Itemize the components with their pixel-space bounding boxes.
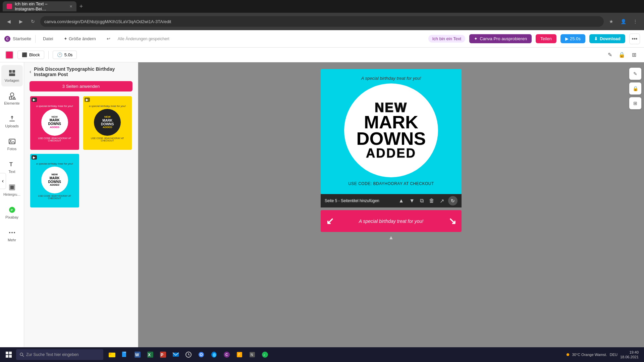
- page-up-btn[interactable]: ▲: [397, 197, 405, 204]
- template-thumbnail-1[interactable]: a special birthday treat for you! NEW MA…: [30, 96, 80, 150]
- thumbnail-2-page-icon: ▶: [85, 98, 90, 102]
- canvas-right-tools: ✎ 🔒 ⊞: [627, 65, 644, 112]
- tray-time: 19:40: [620, 350, 639, 355]
- start-btn[interactable]: [3, 349, 15, 361]
- svg-text:P: P: [11, 208, 13, 212]
- sidebar-label-pixabay: Pixabay: [5, 215, 18, 219]
- page-info-bar: Seite 5 - Seitentitel hinzufügen ▲ ▼ ⧉ 🗑…: [321, 194, 462, 207]
- resize-icon: ✦: [64, 36, 67, 41]
- svg-point-41: [201, 354, 202, 356]
- home-btn[interactable]: C Startseite: [4, 36, 31, 42]
- download-btn[interactable]: ⬇ Download: [589, 34, 625, 43]
- panel-thumbnails: a special birthday treat for you! NEW MA…: [24, 96, 138, 208]
- tray-temp[interactable]: 30°C Orange Wamst.: [572, 353, 607, 357]
- color-swatch[interactable]: [5, 51, 13, 59]
- svg-text:C: C: [225, 353, 228, 357]
- template-thumbnail-2[interactable]: a special birthday treat for you! NEW MA…: [83, 96, 133, 150]
- taskbar-icon-clock[interactable]: [182, 349, 195, 361]
- taskbar-icon-word[interactable]: W: [131, 349, 144, 361]
- canvas-tool-lock[interactable]: 🔒: [629, 82, 641, 95]
- template-icon: [8, 69, 16, 77]
- background-icon: [8, 183, 16, 191]
- svg-rect-20: [9, 352, 12, 354]
- sidebar-label-photos: Fotos: [7, 147, 17, 151]
- page-copy-btn[interactable]: ⧉: [419, 197, 425, 204]
- thumbnail-3-play-icon: ▶: [32, 155, 37, 160]
- taskbar-icon-spotify[interactable]: ♪: [259, 349, 271, 361]
- tray-layout[interactable]: DEU: [610, 353, 618, 357]
- profile-btn[interactable]: 👤: [619, 17, 628, 26]
- toolbar-separator: [48, 51, 49, 59]
- svg-marker-7: [13, 97, 15, 99]
- taskbar-icon-explorer[interactable]: [106, 349, 118, 361]
- scroll-up-hint[interactable]: ▲: [388, 235, 394, 241]
- template-thumbnail-3[interactable]: a special birthday treat for you! NEW MA…: [30, 153, 80, 208]
- share-btn[interactable]: Teilen: [536, 34, 556, 43]
- sidebar-item-photos[interactable]: Fotos: [1, 133, 23, 155]
- address-bar[interactable]: canva.com/design/DAEhbzjcggM/Klh15LaV3qA…: [40, 16, 604, 27]
- pixabay-icon: P: [8, 206, 16, 214]
- canvas-card-pink: ↙ A special birthday treat for you! ↘: [321, 210, 462, 232]
- extensions-btn[interactable]: ★: [606, 17, 616, 26]
- more-options-btn[interactable]: •••: [629, 34, 640, 44]
- taskbar-icon-mail[interactable]: [170, 349, 182, 361]
- sidebar-item-more[interactable]: Mehr: [1, 225, 23, 246]
- pen-tool-btn[interactable]: ✎: [605, 50, 614, 60]
- canva-pro-btn[interactable]: ✦ Canva Pro ausprobieren: [469, 34, 532, 43]
- page-share-btn[interactable]: ↗: [438, 197, 445, 205]
- sidebar-item-pixabay[interactable]: P Pixabay: [1, 202, 23, 223]
- menu-btn[interactable]: ⋮: [631, 17, 640, 26]
- svg-rect-9: [9, 139, 15, 144]
- app-container: C Startseite Datei ✦ Größe ändern ↩ Alle…: [0, 30, 644, 362]
- panel-header: ‹ Pink Discount Typographic Birthday Ins…: [24, 62, 138, 81]
- save-status: Alle Änderungen gespeichert: [118, 37, 169, 41]
- page-down-btn[interactable]: ▼: [408, 197, 416, 204]
- taskbar-icon-canva[interactable]: C: [221, 349, 233, 361]
- circle-text-container: NEW MARK DOWNS ADDED: [357, 101, 426, 159]
- svg-point-17: [11, 232, 13, 233]
- taskbar-icon-powerpoint[interactable]: P: [157, 349, 169, 361]
- panel-back-btn[interactable]: ‹: [30, 69, 31, 75]
- page-reload-btn[interactable]: ↻: [448, 196, 458, 205]
- file-menu-btn[interactable]: Datei: [40, 35, 56, 43]
- upload-icon: [8, 115, 16, 123]
- grid-btn[interactable]: ⊞: [629, 50, 639, 60]
- play-btn[interactable]: ▶ 25.0s: [560, 34, 585, 43]
- page-delete-btn[interactable]: 🗑: [428, 197, 436, 204]
- svg-rect-4: [9, 73, 15, 76]
- taskbar-app-icons: W X P C F N ♪: [106, 349, 271, 361]
- canvas-tool-grid[interactable]: ⊞: [629, 97, 641, 109]
- collapse-panel-btn[interactable]: ‹: [0, 173, 6, 189]
- duration-btn[interactable]: 🕐 5.0s: [53, 51, 77, 59]
- forward-btn[interactable]: ▶: [16, 17, 25, 26]
- refresh-btn[interactable]: ↻: [28, 17, 38, 26]
- sidebar-item-elements[interactable]: Elemente: [1, 88, 23, 109]
- taskbar-search-box[interactable]: Zur Suche Text hier eingeben: [16, 349, 103, 360]
- taskbar-icon-edge[interactable]: [208, 349, 220, 361]
- canvas-subtitle: A special birthday treat for you!: [327, 76, 455, 81]
- lock-btn[interactable]: 🔒: [617, 50, 627, 60]
- canvas-area[interactable]: ✎ 🔒 ⊞ A special birthday treat for you! …: [138, 62, 644, 349]
- text-mark: MARK: [357, 114, 426, 130]
- taskbar-icon-notion[interactable]: N: [246, 349, 258, 361]
- resize-btn[interactable]: ✦ Größe ändern: [60, 35, 99, 43]
- canvas-tool-pen[interactable]: ✎: [629, 68, 641, 80]
- new-tab-btn[interactable]: +: [76, 2, 86, 11]
- active-tab[interactable]: Ich bin ein Text – Instagram-Bei… ✕: [3, 1, 76, 11]
- svg-line-38: [189, 355, 190, 355]
- back-btn[interactable]: ◀: [4, 17, 13, 26]
- taskbar-icon-files[interactable]: [119, 349, 131, 361]
- star-icon: ✦: [474, 36, 478, 41]
- taskbar-icon-files2[interactable]: F: [233, 349, 246, 361]
- undo-btn[interactable]: ↩: [103, 35, 114, 43]
- sidebar-item-uploads[interactable]: Uploads: [1, 111, 23, 132]
- svg-rect-2: [9, 70, 12, 73]
- svg-text:T: T: [9, 162, 13, 167]
- taskbar-icon-chrome[interactable]: [195, 349, 207, 361]
- sidebar-item-templates[interactable]: Vorlagen: [1, 65, 23, 86]
- animation-style-btn[interactable]: ⬛ Block: [17, 51, 44, 59]
- canvas-code-text: USE CODE: BDAYHOORAY AT CHECKOUT: [327, 181, 455, 186]
- taskbar-icon-excel[interactable]: X: [144, 349, 156, 361]
- apply-all-btn[interactable]: 3 Seiten anwenden: [30, 81, 132, 92]
- tab-close-btn[interactable]: ✕: [69, 4, 72, 9]
